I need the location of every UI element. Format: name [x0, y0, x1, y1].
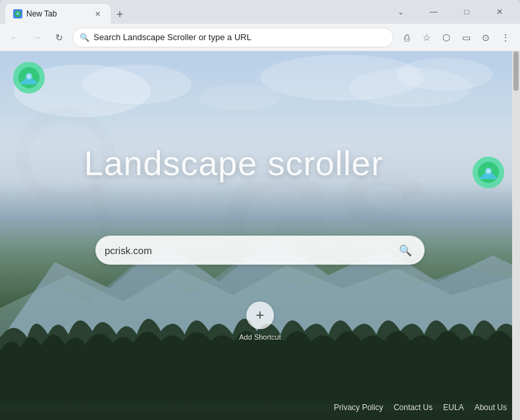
minimize-button[interactable]: —: [419, 3, 449, 21]
scrollbar-thumb[interactable]: [513, 51, 519, 91]
privacy-policy-link[interactable]: Privacy Policy: [334, 403, 383, 412]
scrollbar[interactable]: [512, 51, 520, 420]
svg-point-19: [486, 169, 490, 173]
minimize-group-button[interactable]: ⌄: [386, 3, 416, 21]
back-button[interactable]: ←: [5, 28, 24, 47]
search-submit-button[interactable]: 🔍: [396, 240, 415, 260]
browser-window: New Tab ✕ + ⌄ — □ ✕ ← → ↻ 🔍 Search Lands…: [0, 0, 520, 420]
search-box[interactable]: pcrisk.com 🔍: [95, 236, 425, 265]
tab-close-button[interactable]: ✕: [92, 9, 103, 19]
add-shortcut-label: Add Shortcut: [239, 333, 281, 341]
toolbar: ← → ↻ 🔍 Search Landscape Scroller or typ…: [0, 24, 520, 51]
refresh-button[interactable]: ↻: [50, 28, 68, 47]
new-tab-button[interactable]: +: [111, 5, 129, 24]
extension-logo-right: [473, 157, 504, 188]
tab-favicon: [13, 9, 22, 18]
profile-button[interactable]: ⊙: [477, 28, 495, 47]
add-shortcut-circle[interactable]: +: [246, 302, 274, 329]
add-shortcut[interactable]: + Add Shortcut: [239, 302, 281, 341]
bookmark-button[interactable]: ☆: [417, 28, 436, 47]
eula-link[interactable]: EULA: [443, 403, 463, 412]
contact-us-link[interactable]: Contact Us: [394, 403, 432, 412]
footer-links: Privacy Policy Contact Us EULA About Us: [334, 403, 507, 412]
share-button[interactable]: ⎙: [398, 28, 416, 47]
svg-point-1: [16, 12, 19, 14]
search-container: pcrisk.com 🔍: [95, 236, 425, 265]
window-controls: ⌄ — □ ✕: [386, 3, 515, 21]
page-content: GS: [0, 51, 520, 420]
sidebar-button[interactable]: ▭: [457, 28, 475, 47]
page-title: Landscape scroller: [0, 144, 467, 183]
toolbar-actions: ⎙ ☆ ⬡ ▭ ⊙ ⋮: [398, 28, 515, 47]
address-bar[interactable]: 🔍 Search Landscape Scroller or type a UR…: [72, 28, 394, 47]
extension-button[interactable]: ⬡: [437, 28, 455, 47]
maximize-button[interactable]: □: [452, 3, 482, 21]
forward-button[interactable]: →: [28, 28, 46, 47]
close-button[interactable]: ✕: [484, 3, 515, 21]
tab-label: New Tab: [26, 9, 57, 18]
search-input[interactable]: pcrisk.com: [105, 245, 390, 256]
address-text: Search Landscape Scroller or type a URL: [93, 32, 386, 42]
menu-button[interactable]: ⋮: [496, 28, 515, 47]
search-icon: 🔍: [80, 33, 90, 42]
svg-point-16: [27, 74, 31, 78]
tab-strip: New Tab ✕ +: [5, 0, 382, 24]
title-bar: New Tab ✕ + ⌄ — □ ✕: [0, 0, 520, 24]
about-us-link[interactable]: About Us: [475, 403, 507, 412]
active-tab[interactable]: New Tab ✕: [5, 4, 111, 24]
extension-logo-left: [13, 62, 45, 93]
